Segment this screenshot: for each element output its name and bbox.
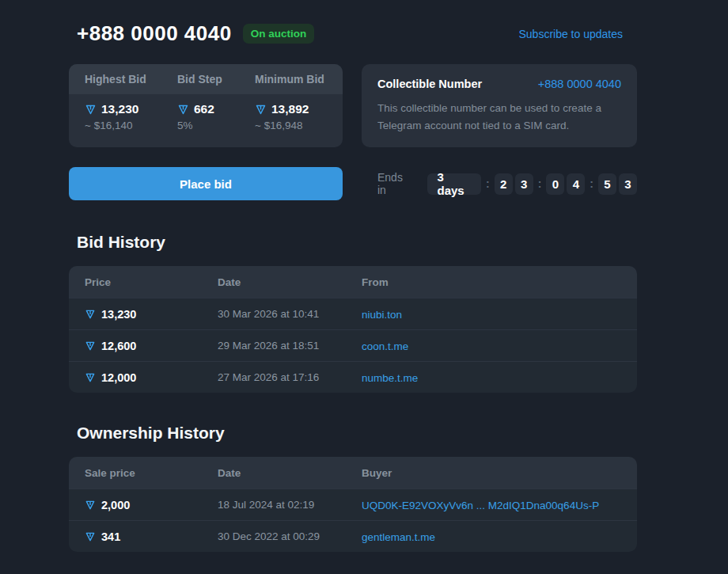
- collectible-info-card: Collectible Number +888 0000 4040 This c…: [362, 64, 637, 147]
- bid-date: 29 Mar 2026 at 18:51: [218, 340, 362, 352]
- sale-date: 30 Dec 2022 at 00:29: [218, 530, 362, 542]
- buyer-link[interactable]: gentleman.t.me: [362, 531, 435, 543]
- countdown-hours-digit: 2: [495, 173, 513, 195]
- bidder-link[interactable]: coon.t.me: [362, 340, 408, 352]
- bid-history-heading: Bid History: [69, 233, 637, 252]
- sale-price: 2,000: [101, 499, 130, 511]
- countdown-minutes-digit: 0: [546, 173, 564, 195]
- auction-stats-values: 13,230 ~ $16,140 662 5% 13,892: [69, 94, 343, 139]
- minimum-bid-value: 13,892: [271, 102, 309, 116]
- table-row: 2,000 18 Jul 2024 at 02:19 UQD0K-E92VOXy…: [69, 488, 637, 520]
- sale-date: 18 Jul 2024 at 02:19: [218, 499, 362, 511]
- ton-diamond-icon: [177, 104, 189, 116]
- ton-diamond-icon: [85, 309, 96, 320]
- ton-diamond-icon: [85, 104, 97, 116]
- auction-countdown: Ends in 3 days : 2 3 : 0 4 : 5 3: [362, 171, 637, 196]
- table-row: 12,000 27 Mar 2026 at 17:16 numbe.t.me: [69, 361, 637, 393]
- countdown-colon: :: [590, 177, 593, 190]
- countdown-days: 3 days: [427, 173, 480, 195]
- place-bid-button[interactable]: Place bid: [69, 167, 343, 200]
- bid-date: 27 Mar 2026 at 17:16: [218, 371, 362, 383]
- highest-bid-usd: ~ $16,140: [85, 120, 177, 131]
- sale-price: 341: [101, 530, 120, 543]
- buyer-column-header: Buyer: [362, 467, 621, 479]
- highest-bid-value: 13,230: [101, 102, 138, 116]
- page-header: +888 0000 4040 On auction Subscribe to u…: [69, 21, 637, 46]
- sale-price-column-header: Sale price: [85, 467, 218, 479]
- price-column-header: Price: [85, 276, 218, 288]
- auction-page: +888 0000 4040 On auction Subscribe to u…: [69, 0, 637, 552]
- highest-bid-label: Highest Bid: [85, 73, 177, 86]
- countdown-seconds-digit: 3: [619, 173, 637, 195]
- countdown-colon: :: [486, 177, 490, 190]
- collectible-number-link[interactable]: +888 0000 4040: [538, 78, 621, 90]
- ton-diamond-icon: [85, 500, 96, 511]
- bid-step-label: Bid Step: [177, 73, 255, 86]
- minimum-bid-label: Minimum Bid: [255, 73, 343, 86]
- bid-step-percent: 5%: [177, 120, 255, 131]
- table-row: 13,230 30 Mar 2026 at 10:41 niubi.ton: [69, 298, 637, 329]
- countdown-colon: :: [538, 177, 542, 190]
- action-row: Place bid Ends in 3 days : 2 3 : 0 4 : 5…: [69, 167, 637, 200]
- from-column-header: From: [362, 276, 621, 288]
- cards-row: Highest Bid Bid Step Minimum Bid 13,230 …: [69, 64, 637, 147]
- table-row: 12,600 29 Mar 2026 at 18:51 coon.t.me: [69, 329, 637, 361]
- ownership-history-heading: Ownership History: [69, 424, 637, 443]
- ton-diamond-icon: [85, 340, 96, 352]
- countdown-minutes-digit: 4: [567, 173, 585, 195]
- subscribe-to-updates-link[interactable]: Subscribe to updates: [518, 28, 623, 40]
- ownership-history-table-header: Sale price Date Buyer: [69, 457, 637, 488]
- bid-history-table-header: Price Date From: [69, 266, 637, 298]
- ton-diamond-icon: [85, 372, 96, 383]
- ton-diamond-icon: [85, 531, 96, 542]
- bid-price: 13,230: [101, 308, 136, 321]
- ends-in-label: Ends in: [377, 171, 411, 196]
- highest-bid-cell: 13,230 ~ $16,140: [85, 102, 177, 139]
- bid-price: 12,000: [101, 371, 136, 384]
- ownership-history-table: Sale price Date Buyer 2,000 18 Jul 2024 …: [69, 457, 637, 552]
- auction-stats-card: Highest Bid Bid Step Minimum Bid 13,230 …: [69, 64, 343, 147]
- bid-history-table: Price Date From 13,230 30 Mar 2026 at 10…: [69, 266, 637, 393]
- table-row: 341 30 Dec 2022 at 00:29 gentleman.t.me: [69, 520, 637, 552]
- collectible-number-title: Collectible Number: [377, 78, 482, 90]
- collectible-description: This collectible number can be used to c…: [377, 100, 615, 134]
- buyer-link[interactable]: UQD0K-E92VOXyVv6n ... M2dIQ1Dna00q64Us-P: [362, 500, 599, 511]
- bidder-link[interactable]: numbe.t.me: [362, 372, 418, 384]
- ton-diamond-icon: [255, 104, 267, 116]
- bid-step-cell: 662 5%: [177, 102, 255, 139]
- countdown-hours-digit: 3: [515, 173, 533, 195]
- minimum-bid-usd: ~ $16,948: [255, 120, 343, 131]
- bid-step-value: 662: [194, 102, 214, 116]
- countdown-seconds-digit: 5: [598, 173, 616, 195]
- auction-stats-header: Highest Bid Bid Step Minimum Bid: [69, 64, 343, 94]
- page-title: +888 0000 4040: [77, 21, 232, 46]
- status-badge: On auction: [243, 24, 315, 44]
- minimum-bid-cell: 13,892 ~ $16,948: [255, 102, 343, 139]
- bid-date: 30 Mar 2026 at 10:41: [218, 308, 362, 320]
- date-column-header: Date: [218, 467, 362, 479]
- bidder-link[interactable]: niubi.ton: [362, 309, 402, 321]
- bid-price: 12,600: [101, 340, 136, 352]
- date-column-header: Date: [218, 276, 362, 288]
